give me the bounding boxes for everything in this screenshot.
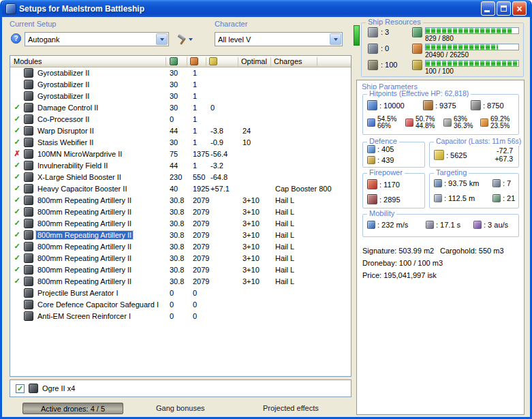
- module-row[interactable]: Gyrostabilizer II301: [10, 91, 351, 102]
- module-optimal: 3+10: [242, 231, 260, 239]
- launcher-hardpoints-value: : 0: [381, 44, 409, 52]
- calibration-row: : 100 100 / 100: [368, 60, 519, 75]
- modules-header[interactable]: Modules Optimal Charges: [10, 56, 351, 67]
- module-cpu: 30.8: [170, 266, 184, 274]
- help-icon[interactable]: ?: [11, 33, 21, 44]
- module-name[interactable]: 100MN MicroWarpdrive II: [36, 150, 123, 158]
- module-name[interactable]: Projectile Burst Aerator I: [36, 289, 120, 297]
- module-name[interactable]: Stasis Webifier II: [36, 138, 95, 146]
- module-name[interactable]: 800mm Repeating Artillery II: [36, 243, 133, 251]
- cpu-column-icon[interactable]: [170, 57, 178, 65]
- module-cpu: 0: [170, 300, 174, 309]
- character-dropdown-arrow[interactable]: [330, 33, 341, 45]
- cpu-usage: 829 / 880: [425, 35, 519, 42]
- powergrid-column-icon[interactable]: [190, 57, 198, 65]
- module-name[interactable]: Gyrostabilizer II: [36, 92, 91, 100]
- column-optimal[interactable]: Optimal: [241, 57, 267, 65]
- powergrid-usage: 20490 / 26250: [425, 51, 519, 59]
- tab-gang-bonuses[interactable]: Gang bonuses: [156, 404, 205, 412]
- module-name[interactable]: 800mm Repeating Artillery II: [36, 277, 133, 285]
- volley-stat: : 2895: [367, 194, 401, 204]
- module-name[interactable]: 800mm Repeating Artillery II: [36, 196, 133, 204]
- module-row[interactable]: ✓800mm Repeating Artillery II30.820793+1…: [10, 241, 351, 253]
- volley-value: : 2895: [379, 196, 401, 204]
- module-row[interactable]: Core Defence Capacitor Safeguard I00: [10, 299, 351, 311]
- module-icon: [24, 103, 33, 112]
- column-charges[interactable]: Charges: [274, 57, 302, 65]
- module-name[interactable]: Gyrostabilizer II: [36, 69, 91, 77]
- module-name[interactable]: Anti-EM Screen Reinforcer I: [36, 312, 132, 320]
- module-name[interactable]: Warp Disruptor II: [36, 127, 95, 135]
- thermal-resist-icon: [405, 119, 413, 127]
- module-name[interactable]: 800mm Repeating Artillery II: [36, 219, 133, 228]
- module-row[interactable]: ✓800mm Repeating Artillery II30.820793+1…: [10, 218, 351, 230]
- drone-label[interactable]: Ogre II x4: [42, 384, 75, 392]
- module-active-icon: ✓: [12, 207, 22, 216]
- module-name[interactable]: Invulnerability Field II: [36, 161, 109, 170]
- module-cpu: 75: [170, 150, 178, 158]
- explosive-armor-resist: 23.5%: [490, 122, 510, 129]
- tools-dropdown-arrow[interactable]: [189, 38, 193, 41]
- module-row[interactable]: ✓800mm Repeating Artillery II30.820793+1…: [10, 253, 351, 264]
- module-optimal: 10: [242, 138, 251, 146]
- price-text: Price: 195,041,997 isk: [362, 271, 437, 279]
- module-row[interactable]: Anti-EM Screen Reinforcer I00: [10, 311, 351, 322]
- armor-icon: [423, 100, 433, 110]
- targeting-group: Targeting : 93.75 km : 7 : 112.5 m : 21: [429, 173, 519, 208]
- module-row[interactable]: Gyrostabilizer II301: [10, 79, 351, 91]
- module-pg: 2079: [193, 243, 209, 251]
- module-name[interactable]: Co-Processor II: [36, 115, 91, 123]
- module-row[interactable]: ✓Invulnerability Field II441-3.2: [10, 160, 351, 172]
- module-name[interactable]: Gyrostabilizer II: [36, 80, 91, 89]
- module-icon: [24, 265, 33, 275]
- powergrid-bar: [425, 44, 519, 50]
- column-modules[interactable]: Modules: [14, 57, 42, 65]
- module-row[interactable]: ✓Stasis Webifier II301-0.910: [10, 137, 351, 149]
- module-cap: -3.8: [210, 127, 223, 135]
- close-button[interactable]: ×: [512, 1, 527, 16]
- module-row[interactable]: Projectile Burst Aerator I00: [10, 288, 351, 299]
- minimize-button[interactable]: [481, 1, 495, 16]
- module-optimal: 24: [242, 127, 251, 135]
- module-row[interactable]: Gyrostabilizer II301: [10, 67, 351, 79]
- title-bar[interactable]: Setups for Maelstrom Battleship ×: [2, 0, 530, 17]
- module-row[interactable]: ✓X-Large Shield Booster II230550-64.8: [10, 172, 351, 183]
- module-name[interactable]: 800mm Repeating Artillery II: [36, 208, 133, 216]
- module-row[interactable]: ✓Warp Disruptor II441-3.824: [10, 125, 351, 137]
- module-optimal: 3+10: [242, 254, 260, 262]
- drone-checkbox[interactable]: ✓: [16, 384, 25, 393]
- module-name[interactable]: 800mm Repeating Artillery II: [36, 254, 133, 262]
- tab-projected-effects[interactable]: Projected effects: [263, 404, 319, 412]
- module-name[interactable]: Damage Control II: [36, 104, 99, 112]
- turret-hardpoints-icon: [368, 27, 378, 37]
- setup-dropdown-arrow[interactable]: [156, 33, 168, 45]
- module-row[interactable]: ✓Damage Control II3010: [10, 102, 351, 114]
- module-row[interactable]: ✓Heavy Capacitor Booster II401925+57.1Ca…: [10, 183, 351, 195]
- module-row[interactable]: ✓Co-Processor II01: [10, 114, 351, 125]
- setup-select[interactable]: Autogank: [25, 32, 169, 46]
- module-row[interactable]: ✓800mm Repeating Artillery II30.820793+1…: [10, 276, 351, 288]
- kinetic-armor-resist: 36.3%: [454, 122, 473, 129]
- setup-tools-button[interactable]: [174, 32, 195, 46]
- module-cpu: 44: [170, 127, 178, 135]
- module-row[interactable]: ✓800mm Repeating Artillery II30.820793+1…: [10, 195, 351, 206]
- module-name[interactable]: Heavy Capacitor Booster II: [36, 185, 128, 193]
- capacitor-column-icon[interactable]: [209, 57, 217, 65]
- module-cpu: 230: [170, 173, 182, 181]
- module-name[interactable]: 800mm Repeating Artillery II: [36, 231, 133, 239]
- module-name[interactable]: X-Large Shield Booster II: [36, 173, 123, 181]
- module-row[interactable]: ✓800mm Repeating Artillery II30.820793+1…: [10, 206, 351, 218]
- module-name[interactable]: 800mm Repeating Artillery II: [36, 266, 133, 274]
- scan-resolution-value: : 112.5 m: [444, 194, 475, 202]
- module-row[interactable]: ✓800mm Repeating Artillery II30.820793+1…: [10, 264, 351, 276]
- module-pg: 0: [193, 312, 197, 320]
- maximize-button[interactable]: [497, 1, 511, 16]
- module-row[interactable]: ✓800mm Repeating Artillery II30.820793+1…: [10, 230, 351, 241]
- module-pg: 0: [193, 289, 197, 297]
- shield-recharge-stat: : 405: [367, 145, 394, 153]
- module-name[interactable]: Core Defence Capacitor Safeguard I: [36, 300, 160, 309]
- character-select[interactable]: All level V: [215, 32, 343, 46]
- tab-active-drones[interactable]: Active drones: 4 / 5: [22, 403, 123, 414]
- dps-icon: [367, 179, 377, 189]
- module-row[interactable]: ✗100MN MicroWarpdrive II751375-56.4: [10, 149, 351, 160]
